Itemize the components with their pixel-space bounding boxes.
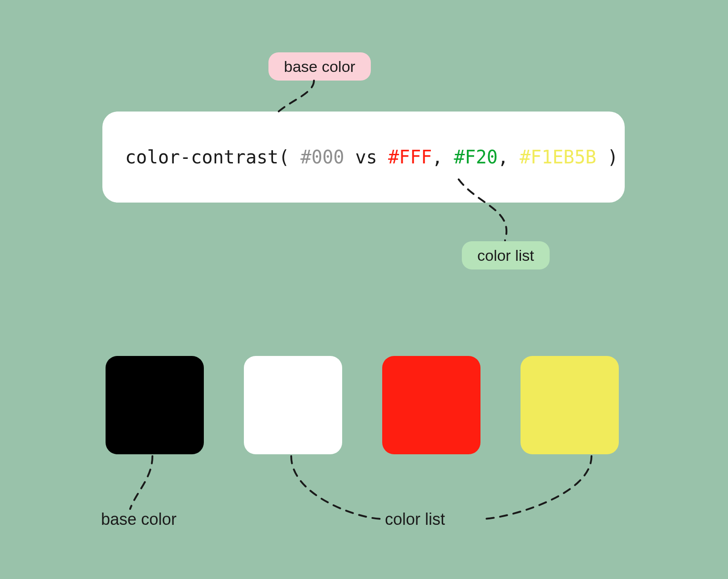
sep1: , (432, 147, 454, 168)
swatch-yellow (521, 356, 619, 454)
fn-close: ) (597, 147, 618, 168)
base-color-pill: base color (268, 52, 371, 81)
vs-keyword: vs (344, 147, 388, 168)
fn-open: color-contrast( (125, 147, 300, 168)
swatch-white (244, 356, 342, 454)
swatch-base (106, 356, 204, 454)
token-orange: #F20 (454, 147, 497, 168)
token-base: #000 (300, 147, 344, 168)
diagram-canvas: base color color-contrast( #000 vs #FFF,… (0, 0, 728, 579)
color-list-caption: color list (385, 510, 445, 529)
connector-base-to-token (273, 80, 355, 116)
base-color-caption: base color (101, 510, 177, 529)
sep2: , (498, 147, 520, 168)
swatch-orange (382, 356, 480, 454)
token-yellow: #F1EB5B (520, 147, 597, 168)
connector-swatch-base-label (127, 455, 164, 514)
token-white: #FFF (388, 147, 432, 168)
swatch-row (106, 356, 619, 454)
color-list-pill: color list (462, 241, 550, 269)
code-card: color-contrast( #000 vs #FFF, #F20, #F1E… (102, 112, 625, 203)
code-expression: color-contrast( #000 vs #FFF, #F20, #F1E… (125, 147, 618, 168)
